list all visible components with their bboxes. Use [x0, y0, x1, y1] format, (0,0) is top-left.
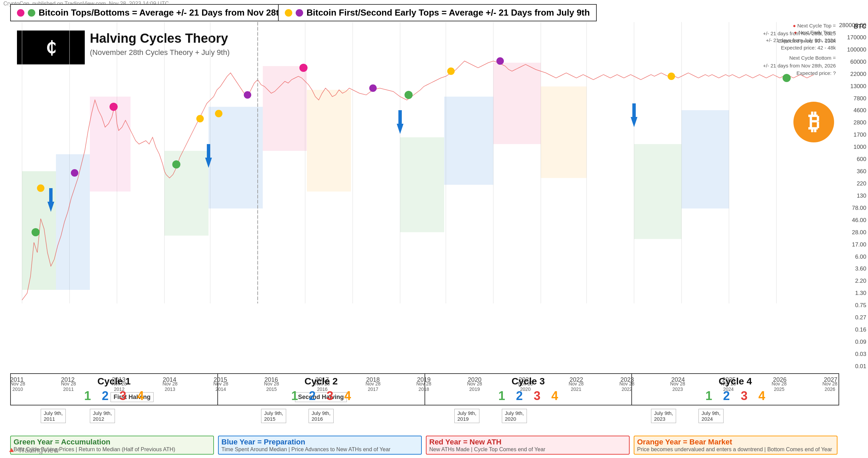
price-0_01: 0.01 [855, 363, 866, 370]
arrow-cycle3 [397, 110, 403, 134]
cy3-num1: 1 [498, 389, 505, 403]
cycle-2-box: Cycle 2 1 2 3 4 [218, 374, 425, 405]
second-top-c1 [71, 169, 78, 177]
second-top-c2 [244, 91, 251, 99]
c2-red-shade [263, 66, 307, 151]
price-100k: 100000 [847, 46, 866, 53]
price-0_09: 0.09 [855, 339, 866, 345]
price-6: 6.00 [855, 254, 866, 260]
top-dot-c2 [299, 64, 308, 72]
price-360: 360 [857, 168, 866, 175]
early-top-c1 [37, 184, 44, 192]
price-0_03: 0.03 [855, 351, 866, 358]
bottom-dot-c2 [172, 160, 180, 168]
c2-orange-shade [307, 90, 351, 192]
early-top-c3 [447, 67, 455, 75]
price-2800: 2800 [853, 119, 866, 126]
btc-label: BTC [854, 23, 866, 30]
main-container: CryptoCon_published on TradingView.com, … [0, 0, 868, 458]
price-220: 220 [857, 180, 866, 187]
price-7800: 7800 [853, 95, 866, 102]
c3-green-shade [400, 137, 444, 232]
cy1-num3: 3 [119, 389, 126, 403]
cy1-num1: 1 [84, 389, 91, 403]
cycle-4-box: Cycle 4 1 2 3 4 [632, 374, 839, 405]
top-dot-c1 [110, 103, 118, 111]
orange-year-sublabel: Price becomes undervalued and enters a d… [637, 446, 834, 453]
price-170k: 170000 [847, 34, 866, 41]
green-year-label: Green Year = Accumulation [14, 438, 211, 446]
cycle-4-numbers: 1 2 3 4 [706, 389, 765, 403]
blue-year-sublabel: Time Spent Around Median | Price Advance… [221, 446, 418, 453]
cycle-3-title: Cycle 3 [512, 376, 545, 387]
c3-red-shade [493, 63, 541, 144]
price-0_75: 0.75 [855, 302, 866, 309]
second-top-c3 [369, 84, 377, 92]
price-3_6: 3.60 [855, 265, 866, 272]
second-top-c3b [496, 57, 504, 65]
cy4-num4: 4 [758, 389, 765, 403]
c3-blue-shade [444, 97, 493, 185]
price-17: 17.00 [852, 241, 866, 248]
price-78: 78.00 [852, 205, 866, 212]
next-cycle-bottom-annot: Next Cycle Bottom = +/- 21 days from Nov… [763, 54, 836, 77]
cy2-num4: 4 [344, 389, 351, 403]
early-top-c2b [215, 110, 222, 117]
arrow-cycle4 [631, 103, 637, 127]
dot-green [28, 9, 35, 17]
price-1000: 1000 [853, 144, 866, 151]
dot-purple [296, 9, 303, 17]
price-130: 130 [857, 193, 866, 199]
c3-orange-shade [541, 86, 587, 178]
blue-year-box: Blue Year = Preparation Time Spent Aroun… [218, 436, 422, 455]
price-1700: 1700 [853, 132, 866, 138]
bitcoin-logo: ₿ [793, 102, 834, 142]
cycle-section: Cycle 1 1 2 3 4 Cycle 2 1 2 3 4 Cycle 3 … [10, 373, 839, 405]
c4-green-shade [634, 144, 682, 239]
svg-text:₿: ₿ [808, 109, 820, 134]
price-4600: 4600 [853, 107, 866, 114]
legend-left-text: Bitcoin Tops/Bottoms = Average +/- 21 Da… [39, 7, 284, 18]
blue-year-label: Blue Year = Preparation [221, 438, 418, 446]
red-year-label: Red Year = New ATH [429, 438, 626, 446]
next-cycle-top-annot: ● Next Cycle Top = +/- 21 days from Nov … [763, 22, 836, 45]
tradingview-watermark: 🔺 TradingView [7, 446, 59, 455]
dot-pink [17, 9, 24, 17]
cycle-1-title: Cycle 1 [97, 376, 131, 387]
year-labels-row: Green Year = Accumulation Best Cycle Buy… [10, 436, 837, 455]
legend-right-text: Bitcoin First/Second Early Tops = Averag… [307, 7, 590, 18]
red-year-sublabel: New ATHs Made | Cycle Top Comes end of Y… [429, 446, 626, 453]
orange-year-label: Orange Year = Bear Market [637, 438, 834, 446]
price-axis: 280000.00 170000 100000 60000 22000 1300… [839, 22, 868, 370]
cycle-2-title: Cycle 2 [304, 376, 338, 387]
orange-year-box: Orange Year = Bear Market Price becomes … [634, 436, 837, 455]
cy3-num3: 3 [534, 389, 540, 403]
bottom-dot-c1 [32, 228, 40, 236]
price-60k: 60000 [850, 59, 866, 65]
early-top-c4 [668, 73, 675, 80]
price-22k: 22000 [850, 71, 866, 78]
cycle-3-numbers: 1 2 3 4 [498, 389, 558, 403]
price-46: 46.00 [852, 217, 866, 224]
cy4-num1: 1 [706, 389, 712, 403]
price-28: 28.00 [852, 229, 866, 236]
chart-svg [7, 22, 819, 303]
cy4-num2: 2 [723, 389, 730, 403]
cycle-3-box: Cycle 3 1 2 3 4 [425, 374, 632, 405]
cy2-num2: 2 [309, 389, 316, 403]
cy1-num4: 4 [137, 389, 144, 403]
cycle-2-numbers: 1 2 3 4 [291, 389, 351, 403]
cycle-1-box: Cycle 1 1 2 3 4 [11, 374, 218, 405]
c2-green-shade [164, 151, 209, 236]
cy3-num4: 4 [551, 389, 558, 403]
legend-right-box: Bitcoin First/Second Early Tops = Averag… [278, 4, 597, 21]
price-600: 600 [857, 156, 866, 163]
cy2-num1: 1 [291, 389, 298, 403]
c2-blue-shade [209, 107, 263, 208]
cycle-1-numbers: 1 2 3 4 [84, 389, 144, 403]
c1-pink-shade [90, 97, 131, 192]
price-0_27: 0.27 [855, 314, 866, 321]
price-13k: 13000 [850, 83, 866, 90]
price-1_3: 1.30 [855, 290, 866, 297]
c4-blue-shade [682, 110, 729, 208]
